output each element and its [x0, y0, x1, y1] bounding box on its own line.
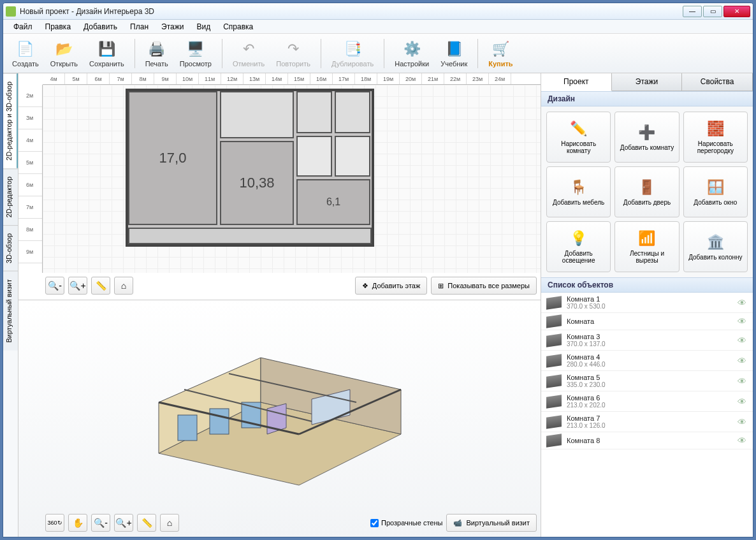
zoom-in-button[interactable]: 🔍+ [68, 277, 87, 295]
room-small-4[interactable] [335, 136, 370, 177]
room-2[interactable]: 10,38 [220, 141, 294, 225]
side-tab-virtual[interactable]: Виртуальный визит [3, 271, 18, 351]
menu-file[interactable]: Файл [8, 21, 38, 33]
create-button[interactable]: 📄Создать [7, 38, 44, 69]
monitor-icon: 🖥️ [185, 40, 206, 59]
menu-view[interactable]: Вид [191, 21, 215, 33]
add-window-button[interactable]: 🪟Добавить окно [683, 166, 748, 217]
gear-icon: ⚙️ [402, 40, 422, 59]
side-tab-2d[interactable]: 2D-редактор [3, 168, 18, 225]
view-2d[interactable]: 4м5м6м7м8м9м10м11м12м13м14м15м16м17м18м1… [18, 73, 541, 300]
column-icon: 🏛️ [705, 233, 725, 251]
object-name: Комната 6 [567, 394, 732, 402]
side-tab-3d[interactable]: 3D-обзор [3, 225, 18, 271]
preview-button[interactable]: 🖥️Просмотр [175, 38, 217, 69]
list-item[interactable]: Комната👁 [541, 313, 753, 330]
zoom-out-3d-button[interactable]: 🔍- [91, 514, 110, 532]
tutorial-button[interactable]: 📘Учебник [435, 38, 472, 69]
toolbar-separator [477, 39, 478, 68]
room-small-2[interactable] [335, 91, 370, 133]
list-item[interactable]: Комната 1370.0 x 530.0👁 [541, 293, 753, 313]
objects-section-header: Список объектов [541, 277, 753, 293]
add-light-button[interactable]: 💡Добавить освещение [546, 221, 611, 272]
menu-plan[interactable]: План [125, 21, 154, 33]
home-button[interactable]: ⌂ [114, 277, 133, 295]
open-button[interactable]: 📂Открыть [45, 38, 83, 69]
draw-wall-button[interactable]: 🧱Нарисовать перегородку [683, 112, 748, 163]
measure-3d-button[interactable]: 📏 [137, 514, 156, 532]
object-dimensions: 370.0 x 530.0 [567, 303, 732, 310]
cart-icon: 🛒 [490, 40, 511, 59]
redo-button[interactable]: ↷Повторить [271, 38, 316, 69]
list-item[interactable]: Комната 7213.0 x 126.0👁 [541, 412, 753, 432]
visibility-icon[interactable]: 👁 [738, 335, 748, 346]
redo-icon: ↷ [283, 40, 303, 59]
add-column-button[interactable]: 🏛️Добавить колонну [683, 221, 748, 272]
visibility-icon[interactable]: 👁 [738, 376, 748, 386]
room-small-1[interactable] [296, 91, 332, 133]
room-3d-icon [546, 434, 562, 447]
add-floor-button[interactable]: ❖Добавить этаж [355, 277, 427, 295]
view-3d[interactable]: 360↻ ✋ 🔍- 🔍+ 📏 ⌂ Прозрачные стены 📹Вирту… [18, 300, 541, 537]
room-upper[interactable] [220, 91, 294, 138]
close-button[interactable]: ✕ [723, 6, 750, 17]
list-item[interactable]: Комната 4280.0 x 446.0👁 [541, 351, 753, 371]
grid-canvas[interactable]: 17,0 10,38 6,1 [43, 85, 541, 273]
draw-room-button[interactable]: ✏️Нарисовать комнату [546, 112, 611, 163]
floorplan[interactable]: 17,0 10,38 6,1 [126, 89, 374, 247]
room-3d-icon [546, 333, 562, 347]
toolbar-separator [384, 39, 384, 68]
list-item[interactable]: Комната 5335.0 x 230.0👁 [541, 371, 753, 391]
zoom-in-3d-button[interactable]: 🔍+ [114, 514, 133, 532]
object-list[interactable]: Комната 1370.0 x 530.0👁Комната👁Комната 3… [541, 293, 753, 537]
menu-floors[interactable]: Этажи [156, 21, 189, 33]
show-dimensions-button[interactable]: ⊞Показывать все размеры [431, 277, 537, 295]
visibility-icon[interactable]: 👁 [738, 298, 748, 308]
menu-help[interactable]: Справка [218, 21, 258, 33]
add-furniture-button[interactable]: 🪑Добавить мебель [546, 166, 611, 217]
stairs-button[interactable]: 📶Лестницы и вырезы [614, 221, 679, 272]
add-room-button[interactable]: ➕Добавить комнату [614, 112, 679, 163]
room-1[interactable]: 17,0 [128, 91, 217, 225]
rotate-360-button[interactable]: 360↻ [45, 514, 64, 532]
add-door-button[interactable]: 🚪Добавить дверь [614, 166, 679, 217]
transparent-walls-checkbox[interactable]: Прозрачные стены [370, 519, 442, 527]
menu-add[interactable]: Добавить [78, 21, 122, 33]
list-item[interactable]: Комната 8👁 [541, 432, 753, 449]
buy-button[interactable]: 🛒Купить [483, 38, 518, 69]
app-window: Новый проект - Дизайн Интерьера 3D — ▭ ✕… [3, 3, 753, 537]
room-3[interactable]: 6,1 [296, 179, 370, 225]
undo-button[interactable]: ↶Отменить [228, 38, 270, 69]
visibility-icon[interactable]: 👁 [738, 435, 748, 446]
zoom-out-button[interactable]: 🔍- [45, 277, 64, 295]
measure-button[interactable]: 📏 [91, 277, 110, 295]
tab-project[interactable]: Проект [541, 73, 612, 91]
minimize-button[interactable]: — [683, 6, 702, 17]
save-button[interactable]: 💾Сохранить [84, 38, 129, 69]
visibility-icon[interactable]: 👁 [738, 316, 748, 326]
toolbar-separator [321, 39, 321, 68]
room-small-3[interactable] [296, 136, 332, 177]
duplicate-button[interactable]: 📑Дублировать [326, 38, 379, 69]
pan-button[interactable]: ✋ [68, 514, 87, 532]
right-panel: Проект Этажи Свойства Дизайн ✏️Нарисоват… [541, 73, 753, 537]
home-3d-button[interactable]: ⌂ [160, 514, 179, 532]
maximize-button[interactable]: ▭ [703, 6, 722, 17]
object-name: Комната [567, 317, 732, 325]
tab-floors[interactable]: Этажи [612, 73, 683, 91]
chair-icon: 🪑 [569, 179, 589, 196]
settings-button[interactable]: ⚙️Настройки [389, 38, 434, 69]
virtual-visit-button[interactable]: 📹Виртуальный визит [446, 514, 537, 532]
list-item[interactable]: Комната 3370.0 x 137.0👁 [541, 330, 753, 351]
visibility-icon[interactable]: 👁 [738, 356, 748, 366]
list-item[interactable]: Комната 6213.0 x 202.0👁 [541, 391, 753, 412]
visibility-icon[interactable]: 👁 [738, 397, 748, 407]
print-button[interactable]: 🖨️Печать [140, 38, 173, 69]
side-tab-both[interactable]: 2D-редактор и 3D-обзор [3, 73, 18, 168]
menu-edit[interactable]: Правка [40, 21, 76, 33]
object-dimensions: 213.0 x 126.0 [567, 422, 732, 429]
visibility-icon[interactable]: 👁 [738, 417, 748, 427]
room-hallway[interactable] [128, 228, 372, 244]
tab-properties[interactable]: Свойства [682, 73, 753, 91]
object-dimensions: 335.0 x 230.0 [567, 381, 732, 388]
